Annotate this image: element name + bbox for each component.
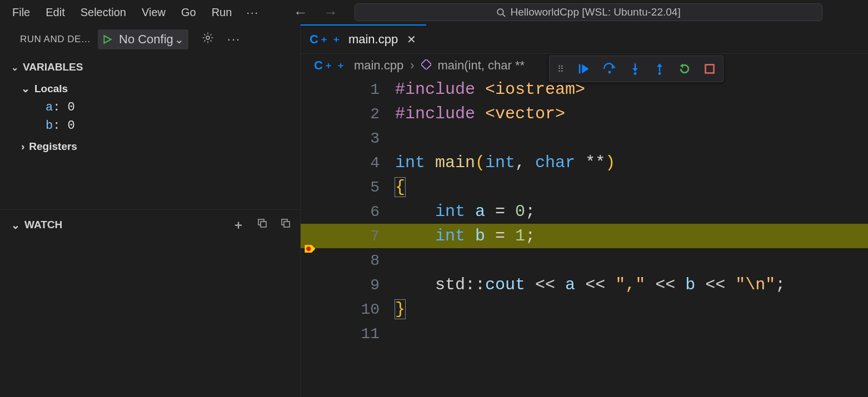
svg-marker-10 [582, 64, 588, 74]
run-debug-header: RUN AND DE… No Config ⌄ ··· [0, 24, 300, 54]
tab-main-cpp[interactable]: C﹢﹢ main.cpp ✕ [301, 24, 426, 53]
nav-back-icon[interactable]: ← [293, 4, 308, 21]
chevron-down-icon: ⌄ [21, 82, 30, 95]
more-actions-icon[interactable]: ··· [227, 32, 241, 47]
stop-button[interactable] [704, 63, 715, 74]
chevron-right-icon: › [410, 58, 414, 73]
svg-point-3 [206, 36, 209, 39]
menu-go[interactable]: Go [173, 4, 204, 21]
drag-handle-icon[interactable]: ⠿ [557, 64, 564, 74]
variables-title: VARIABLES [23, 61, 83, 73]
code-text: } [395, 300, 405, 319]
continue-button[interactable] [577, 63, 590, 75]
chevron-right-icon: › [21, 140, 24, 153]
code-line[interactable]: 6 int a = 0; [301, 199, 868, 224]
collapse-all-icon[interactable] [257, 218, 268, 232]
code-line[interactable]: 7 int b = 1; [301, 224, 868, 248]
svg-marker-17 [657, 63, 662, 67]
chevron-down-icon: ⌄ [11, 62, 18, 73]
svg-rect-20 [706, 65, 714, 73]
line-number: 10 [321, 301, 395, 318]
variable-value: 0 [68, 119, 75, 133]
current-line-marker-icon [304, 243, 316, 255]
line-number: 9 [321, 277, 395, 294]
watch-section: ⌄ WATCH ＋ [0, 209, 300, 239]
step-over-button[interactable] [603, 63, 616, 75]
variable-name: a [46, 100, 53, 114]
gear-icon[interactable] [202, 32, 214, 47]
code-text: std::cout << a << "," << b << "\n"; [395, 275, 785, 294]
cpp-file-icon: C﹢﹢ [314, 57, 347, 74]
code-line[interactable]: 10} [301, 297, 868, 321]
line-number: 11 [321, 325, 395, 343]
line-number: 2 [321, 105, 395, 123]
variable-row[interactable]: b: 0 [0, 117, 300, 135]
step-into-button[interactable] [630, 63, 641, 75]
code-text: #include <vector> [395, 104, 565, 123]
menu-edit[interactable]: Edit [38, 4, 72, 21]
launch-config-label: No Config [119, 32, 173, 47]
locals-scope[interactable]: ⌄ Locals [0, 79, 300, 98]
launch-config-picker[interactable]: No Config ⌄ [98, 29, 188, 49]
variable-row[interactable]: a: 0 [0, 98, 300, 117]
svg-marker-2 [104, 36, 111, 43]
svg-rect-5 [261, 222, 266, 227]
svg-point-12 [608, 71, 611, 74]
start-debug-icon[interactable] [98, 34, 117, 44]
code-text: int main(int, char **) [395, 153, 615, 172]
menu-selection[interactable]: Selection [73, 4, 134, 21]
code-text: #include <iostream> [395, 80, 585, 99]
watch-header[interactable]: ⌄ WATCH ＋ [0, 210, 300, 239]
menu-file[interactable]: File [4, 4, 38, 21]
code-line[interactable]: 3 [301, 126, 868, 150]
remove-all-icon[interactable] [280, 218, 291, 232]
code-text: { [395, 178, 405, 197]
line-number: 3 [321, 130, 395, 147]
add-watch-icon[interactable]: ＋ [232, 217, 245, 233]
line-number: 8 [321, 252, 395, 269]
close-icon[interactable]: ✕ [407, 33, 416, 46]
code-text: int a = 0; [395, 202, 535, 221]
line-number: 6 [321, 203, 395, 220]
svg-point-15 [634, 72, 637, 75]
command-center[interactable]: HelloworldCpp [WSL: Ubuntu-22.04] [355, 3, 822, 21]
svg-marker-11 [612, 65, 616, 69]
nav-forward-icon[interactable]: → [323, 4, 338, 21]
variable-name: b [46, 119, 53, 133]
code-line[interactable]: 8 [301, 248, 868, 273]
registers-scope[interactable]: › Registers [0, 135, 300, 156]
code-area[interactable]: 1#include <iostream>2#include <vector>34… [301, 77, 868, 397]
run-debug-title: RUN AND DE… [20, 34, 92, 45]
menu-view[interactable]: View [134, 4, 173, 21]
code-line[interactable]: 11 [301, 321, 868, 346]
code-line[interactable]: 9 std::cout << a << "," << b << "\n"; [301, 273, 868, 297]
menu-run[interactable]: Run [204, 4, 240, 21]
breadcrumb-symbol[interactable]: main(int, char ** [438, 58, 525, 73]
watch-title: WATCH [24, 219, 62, 231]
editor: C﹢﹢ main.cpp ✕ C﹢﹢ main.cpp › main(int, … [301, 24, 868, 397]
menubar: File Edit Selection View Go Run ··· ← → … [0, 0, 868, 24]
line-number: 5 [321, 179, 395, 196]
variables-header[interactable]: ⌄ VARIABLES [0, 54, 300, 79]
method-icon [421, 58, 431, 73]
locals-label: Locals [34, 83, 68, 95]
line-number: 7 [321, 228, 395, 245]
code-line[interactable]: 4int main(int, char **) [301, 150, 868, 175]
svg-marker-19 [680, 63, 684, 68]
breadcrumb-file[interactable]: main.cpp [354, 58, 403, 73]
svg-point-21 [306, 247, 311, 251]
chevron-down-icon: ⌄ [11, 219, 20, 232]
code-line[interactable]: 1#include <iostream> [301, 77, 868, 102]
step-out-button[interactable] [654, 63, 665, 75]
code-line[interactable]: 5{ [301, 175, 868, 199]
sidebar: RUN AND DE… No Config ⌄ ··· ⌄ VARIABLES [0, 24, 301, 397]
svg-line-1 [503, 14, 505, 16]
restart-button[interactable] [679, 63, 691, 75]
cpp-file-icon: C﹢﹢ [310, 31, 343, 48]
svg-rect-7 [284, 222, 290, 227]
chevron-down-icon: ⌄ [174, 33, 184, 46]
svg-point-18 [659, 72, 661, 75]
code-line[interactable]: 2#include <vector> [301, 102, 868, 126]
menu-more-icon[interactable]: ··· [240, 4, 266, 21]
tab-label: main.cpp [348, 32, 398, 47]
